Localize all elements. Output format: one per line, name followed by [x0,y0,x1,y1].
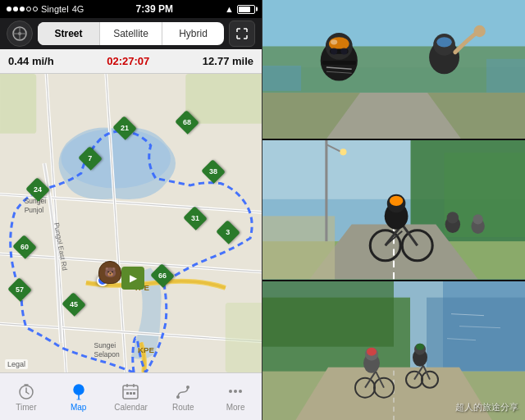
svg-point-54 [234,390,237,393]
expand-icon [235,27,249,40]
compass-icon [12,26,27,41]
signal-dots [7,7,38,11]
time-display: 7:39 PM [136,3,173,15]
svg-rect-82 [262,217,335,280]
tab-timer-label: Timer [16,403,36,412]
expand-button[interactable] [229,21,255,47]
svg-point-92 [447,212,459,224]
timer-stat: 02:27:07 [107,55,149,67]
svg-rect-26 [185,74,262,124]
tab-route-label: Route [172,403,194,412]
svg-point-118 [416,343,424,349]
map-marker: 21 [116,119,133,137]
svg-point-70 [436,37,451,47]
svg-point-64 [331,39,337,44]
photo-2 [262,140,525,279]
svg-rect-49 [130,392,132,395]
network-label: 4G [72,4,84,14]
calendar-icon [121,381,140,401]
svg-rect-48 [126,392,129,395]
svg-point-94 [472,215,482,225]
status-right: ▲ [225,4,255,14]
photo-3: 超人的旅途分享 [262,281,525,420]
map-marker: 31 [187,209,203,227]
svg-point-67 [340,48,347,54]
timer-icon [16,381,36,401]
svg-rect-59 [262,46,525,92]
map-marker: 45 [66,295,82,313]
svg-point-52 [186,386,189,389]
tab-map-label: Map [71,403,86,412]
svg-text:KPE: KPE [138,345,154,354]
signal-strength: ▲ [225,4,234,14]
map-controls: Street Satellite Hybrid [0,18,262,49]
tab-more-label: More [226,403,245,412]
status-bar: Singtel 4G 7:39 PM ▲ [0,0,262,18]
more-icon [226,381,245,401]
svg-rect-75 [486,59,525,93]
tab-timer[interactable]: Timer [0,373,52,420]
svg-point-90 [390,196,403,206]
stats-bar: 0.44 mi/h 02:27:07 12.77 mile [0,49,262,74]
svg-text:Selapon: Selapon [94,350,120,358]
svg-line-37 [26,392,29,394]
svg-rect-27 [226,303,262,372]
photo-1-content [262,0,525,139]
map-type-hybrid[interactable]: Hybrid [162,22,224,45]
svg-rect-102 [262,281,394,347]
battery-indicator [237,5,255,14]
photo-1 [262,0,525,139]
compass-button[interactable] [7,21,33,47]
status-left: Singtel 4G [7,4,84,14]
svg-point-53 [229,390,232,393]
map-type-street[interactable]: Street [38,22,100,45]
svg-rect-74 [262,66,301,91]
svg-rect-62 [322,61,356,65]
tab-calendar[interactable]: Calendar [105,373,158,420]
character-marker: 🐻 [98,261,121,284]
svg-point-41 [76,388,80,392]
svg-text:Punjol: Punjol [25,206,44,214]
play-marker[interactable]: ▶ [121,267,144,290]
map-type-buttons: Street Satellite Hybrid [38,22,224,45]
svg-point-97 [340,149,346,156]
photo-2-content [262,140,525,279]
map-marker: 60 [16,238,33,256]
tab-map[interactable]: Map [52,373,105,420]
phone-panel: Singtel 4G 7:39 PM ▲ Street [0,0,262,420]
map-marker: 38 [205,162,221,180]
route-icon [173,381,193,401]
svg-rect-25 [0,74,36,134]
map-type-satellite[interactable]: Satellite [100,22,162,45]
svg-point-111 [367,347,377,355]
map-marker: 68 [179,113,195,131]
map-marker: 57 [11,281,28,299]
map-marker: 66 [154,267,171,285]
map-area[interactable]: Pungol East Rd TPE KPE Sungei Punjol Sun… [0,74,262,372]
tab-bar: Timer Map [0,372,262,420]
tab-more[interactable]: More [209,373,262,420]
map-marker: 7 [82,149,98,167]
svg-rect-100 [427,297,525,371]
map-marker: 24 [30,180,46,199]
svg-rect-50 [133,392,135,395]
svg-text:Sungei: Sungei [94,341,116,349]
speed-stat: 0.44 mi/h [8,55,54,67]
watermark: 超人的旅途分享 [455,401,518,413]
carrier-label: Singtel [41,4,69,14]
svg-point-4 [18,32,21,35]
svg-point-71 [473,25,485,37]
tab-calendar-label: Calendar [114,403,148,412]
svg-point-55 [239,390,242,393]
svg-point-43 [76,399,81,400]
svg-point-51 [176,395,180,399]
svg-point-66 [331,48,337,54]
photo-3-content [262,281,525,420]
tab-route[interactable]: Route [157,373,209,420]
map-icon [69,381,89,401]
distance-stat: 12.77 mile [203,55,253,67]
map-marker: 3 [220,223,236,241]
legal-text: Legal [5,359,28,369]
photo-panel: 超人的旅途分享 [262,0,525,420]
